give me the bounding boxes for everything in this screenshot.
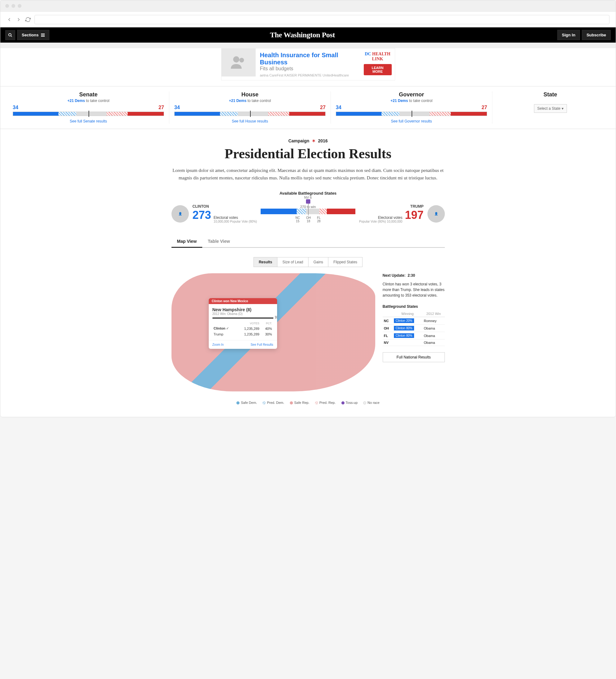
reload-icon[interactable] [25,17,31,22]
senate-nums: 3427 [13,105,164,110]
senate-link[interactable]: See full Senate results [70,119,107,123]
view-tabs: Map View Table View [171,236,445,248]
window-controls [0,0,616,11]
battleground-table: Winning2012 Win NCClinton 20%Romney OHCl… [383,311,445,346]
check-icon: ✓ [226,326,229,330]
page-title: Presidential Election Results [0,146,616,162]
trump-pop-vote: Popular Vote (80%) 10,000,000 [359,220,403,223]
house-bar [174,111,326,116]
close-dot[interactable] [5,4,9,8]
state-title: State [497,91,603,98]
state-selector-col: State Select a State ▾ [492,91,608,124]
tab-table-view[interactable]: Table View [202,236,236,247]
campaign-tag: Campaign ✶ 2016 [0,138,616,143]
page-content: Health Insurance for Small Business Fits… [0,48,616,417]
state-tooltip: Clinton won New Mexico New Hampshire (8)… [209,298,277,349]
clinton-pop-vote: 10,000,000 Popular Vote (80%) [214,220,257,223]
browser-window: Sections The Washington Post Sign In Sub… [0,0,616,417]
svg-point-0 [9,33,11,36]
state-select[interactable]: Select a State ▾ [534,104,567,113]
house-sub: +21 Dems to take control [174,99,326,103]
ev-progress-bar [261,208,355,214]
governor-title: Governor [336,91,487,98]
map-sidebar: Next Update: 2:30 Clinton has won 3 elec… [383,273,445,391]
chevron-down-icon: ▾ [562,106,563,111]
sections-label: Sections [22,33,38,37]
back-icon[interactable] [6,17,12,22]
people-icon [229,53,248,72]
us-map[interactable]: Clinton won New Mexico New Hampshire (8)… [171,273,375,391]
ad-logos: aetna CareFirst KAISER PERMANENTE United… [260,73,356,77]
table-row[interactable]: FLClinton 80%Obama [383,332,445,340]
governor-bar [336,111,487,116]
masthead-logo[interactable]: The Washington Post [49,31,555,39]
clinton-ev-label: Electoral votes [214,216,257,220]
ad-subtitle: Fits all budgets [260,66,356,71]
governor-sub: +21 Dems to take control [336,99,487,103]
evbar-title: Available Battleground States [171,191,445,196]
table-row[interactable]: NVObama [383,340,445,346]
forward-icon[interactable] [16,17,22,22]
ad-banner[interactable]: Health Insurance for Small Business Fits… [221,48,395,80]
signin-button[interactable]: Sign In [557,30,580,40]
table-row: Trump1,235,28930% [212,331,273,337]
tooltip-state-title: New Hampshire (8) [212,307,273,312]
governor-link[interactable]: See full Governor results [391,119,432,123]
ad-brand: DC HEALTH LINK [364,52,392,62]
house-title: House [174,91,326,98]
subscribe-button[interactable]: Subscribe [582,30,611,40]
congressional-results-bar: Senate +21 Dems to take control 3427 See… [0,86,616,129]
map-ctrl-results[interactable]: Results [253,257,277,267]
hamburger-icon [41,34,45,37]
table-row[interactable]: NCClinton 20%Romney [383,317,445,325]
tooltip-banner: Clinton won New Mexico [209,298,277,304]
map-ctrl-flipped[interactable]: Flipped States [328,257,363,267]
minimize-dot[interactable] [11,4,15,8]
ad-cta-button[interactable]: LEARN MORE [364,64,392,75]
house-nums: 3427 [174,105,326,110]
evbar-nv-label: NV 6 [171,196,445,204]
site-header: Sections The Washington Post Sign In Sub… [0,27,616,42]
house-result: House +21 Dems to take control 3427 See … [169,91,331,124]
legend-item: Safe Dem. [236,401,257,405]
tooltip-full-results-link[interactable]: See Full Results [251,343,273,346]
legend-item: Pred. Rep. [315,401,336,405]
trump-ev: 197 [405,208,423,222]
house-link[interactable]: See full House results [232,119,268,123]
svg-point-1 [233,56,239,63]
tooltip-reporting-pct: 100% [275,316,277,319]
ad-title: Health Insurance for Small Business [260,52,356,66]
side-description: Clinton has won 3 electoral votes, 3 mor… [383,281,445,298]
senate-sub: +21 Dems to take control [13,99,164,103]
ad-content: Health Insurance for Small Business Fits… [256,48,361,80]
tab-map-view[interactable]: Map View [171,236,203,248]
full-national-results-button[interactable]: Full National Results [383,352,445,362]
senate-title: Senate [13,91,164,98]
tooltip-2012-win: 2012 Win: Obama (D) [212,312,273,316]
map-legend: Safe Dem. Pred. Dem. Safe Rep. Pred. Rep… [171,401,445,405]
map-ctrl-size-of-lead[interactable]: Size of Lead [277,257,308,267]
next-update: Next Update: 2:30 [383,273,445,278]
zoom-dot[interactable] [18,4,22,8]
svg-point-2 [239,58,244,63]
map-section: Map View Table View Results Size of Lead… [171,236,445,405]
url-bar[interactable] [34,15,610,24]
sections-button[interactable]: Sections [17,30,49,40]
tooltip-results-table: VOTESPCT. Clinton ✓1,235,28940% Trump1,2… [212,321,273,337]
clinton-ev: 273 [193,208,211,222]
ad-right: DC HEALTH LINK LEARN MORE [361,48,395,80]
search-button[interactable] [5,30,15,40]
governor-nums: 3427 [336,105,487,110]
legend-item: Pred. Dem. [263,401,284,405]
table-row[interactable]: OHClinton 80%Obama [383,325,445,332]
governor-result: Governor +21 Dems to take control 3427 S… [331,91,492,124]
tooltip-zoom-link[interactable]: Zoom In [212,343,224,346]
browser-toolbar [0,11,616,27]
map-controls: Results Size of Lead Gains Flipped State… [171,257,445,267]
table-row: Clinton ✓1,235,28940% [212,325,273,331]
evbar-pending-states: NC15 OH18 FL28 [261,216,355,223]
map-ctrl-gains[interactable]: Gains [308,257,328,267]
senate-result: Senate +21 Dems to take control 3427 See… [8,91,169,124]
clinton-name: CLINTON [193,204,257,208]
trump-avatar: 👤 [427,205,445,223]
